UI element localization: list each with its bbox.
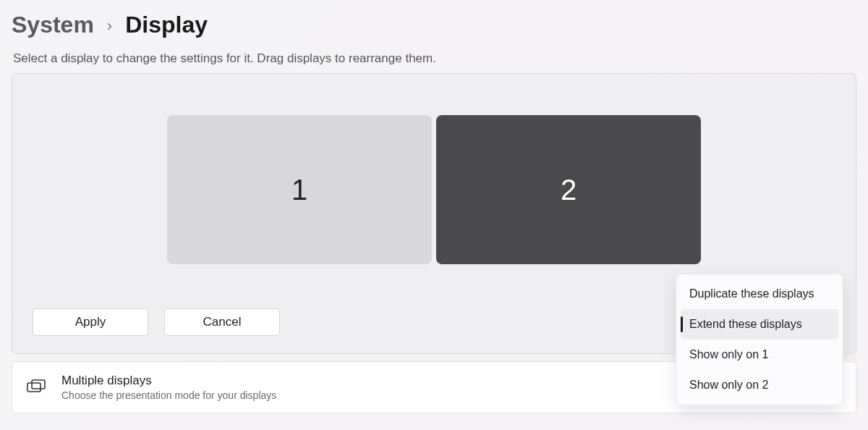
multiple-displays-title: Multiple displays <box>61 374 276 388</box>
breadcrumb-parent[interactable]: System <box>12 12 94 38</box>
menu-show-only-1[interactable]: Show only on 1 <box>681 340 838 370</box>
menu-show-only-2[interactable]: Show only on 2 <box>681 370 838 400</box>
displays-icon <box>27 379 46 395</box>
display-canvas[interactable]: 1 2 <box>12 74 856 305</box>
presentation-mode-menu: Duplicate these displays Extend these di… <box>676 274 843 405</box>
menu-duplicate[interactable]: Duplicate these displays <box>681 279 838 309</box>
monitor-1[interactable]: 1 <box>167 115 432 264</box>
apply-button[interactable]: Apply <box>33 308 148 336</box>
menu-extend[interactable]: Extend these displays <box>681 309 838 340</box>
svg-rect-0 <box>27 383 41 392</box>
instruction-text: Select a display to change the settings … <box>13 51 856 66</box>
cancel-button[interactable]: Cancel <box>164 308 280 336</box>
breadcrumb: System › Display <box>12 7 856 51</box>
multiple-displays-text: Multiple displays Choose the presentatio… <box>61 374 276 401</box>
chevron-right-icon: › <box>107 17 112 35</box>
multiple-displays-subtitle: Choose the presentation mode for your di… <box>61 389 276 401</box>
breadcrumb-current: Display <box>125 12 208 38</box>
monitor-2[interactable]: 2 <box>436 115 701 264</box>
svg-rect-1 <box>32 380 45 389</box>
